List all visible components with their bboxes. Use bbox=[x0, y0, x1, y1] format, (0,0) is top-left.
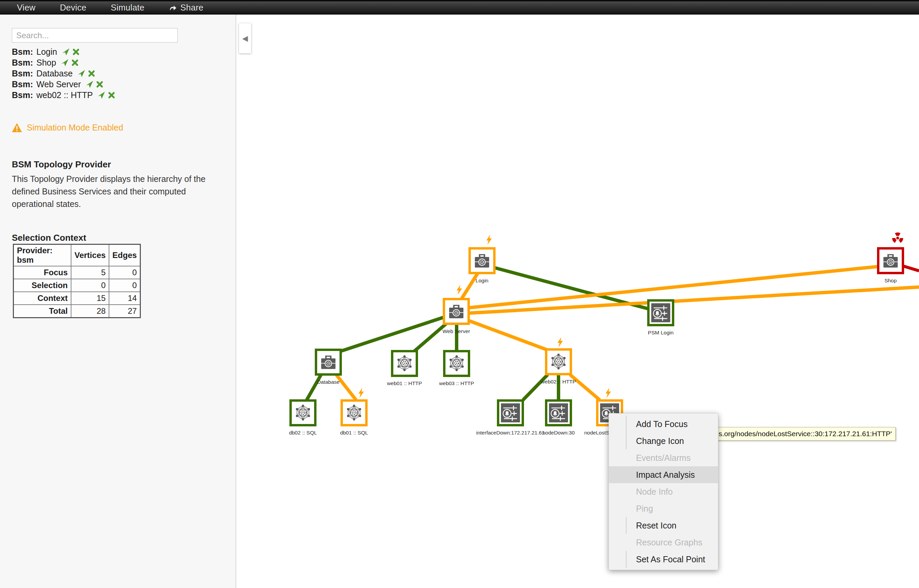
selection-context-vertices: 0 bbox=[71, 279, 109, 292]
focus-item-database: Bsm:Database bbox=[12, 68, 118, 79]
node-label-login: Login bbox=[428, 278, 536, 284]
node-login[interactable] bbox=[468, 247, 496, 274]
business-service-icon bbox=[882, 252, 900, 270]
focus-item-name: Database bbox=[37, 69, 73, 78]
node-web02-http[interactable] bbox=[545, 348, 572, 375]
menu-item-device[interactable]: Device bbox=[60, 3, 86, 13]
menu-item-simulate[interactable]: Simulate bbox=[111, 3, 144, 13]
menu-item-label: Device bbox=[60, 3, 86, 13]
selection-context-edges: 27 bbox=[109, 305, 141, 318]
selection-context-row: Selection00 bbox=[13, 279, 141, 292]
context-menu-item-impact-analysis[interactable]: Impact Analysis bbox=[609, 466, 718, 483]
focus-item-prefix: Bsm: bbox=[12, 58, 33, 68]
node-label-psm-login: PSM Login bbox=[606, 330, 715, 336]
node-database[interactable] bbox=[315, 349, 342, 376]
node-web-server[interactable] bbox=[443, 298, 470, 325]
selection-context-vertices: 15 bbox=[71, 292, 109, 305]
selection-context-row-label: Focus bbox=[13, 266, 71, 279]
topology-edge bbox=[413, 323, 447, 352]
share-arrow-icon bbox=[169, 4, 177, 11]
sidebar-collapse-button[interactable]: ◀ bbox=[239, 23, 251, 53]
node-label-web-server: Web Server bbox=[402, 328, 511, 334]
node-label-shop: Shop bbox=[836, 278, 919, 284]
selection-context-col-header: Vertices bbox=[71, 244, 109, 267]
context-menu-item-set-as-focal-point[interactable]: Set As Focal Point bbox=[609, 551, 718, 568]
selection-context-row: Focus50 bbox=[13, 266, 141, 279]
node-psm-login[interactable] bbox=[647, 299, 674, 326]
menu-item-share[interactable]: Share bbox=[169, 3, 203, 13]
node-web03-http[interactable] bbox=[443, 350, 470, 377]
node-label-web02-http: web02 :: HTTP bbox=[504, 379, 613, 385]
node-interface-down[interactable] bbox=[497, 399, 524, 426]
topology-edge bbox=[461, 273, 478, 300]
tooltip-text: s.org/nodes/nodeLostService::30:172.217.… bbox=[719, 430, 892, 438]
menu-item-view[interactable]: View bbox=[17, 3, 36, 13]
node-web01-http[interactable] bbox=[391, 350, 418, 377]
context-menu-item-reset-icon[interactable]: Reset Icon bbox=[609, 517, 718, 534]
context-menu-item-add-to-focus[interactable]: Add To Focus bbox=[609, 415, 718, 433]
node-node-down[interactable] bbox=[545, 399, 572, 426]
reduction-key-icon bbox=[549, 403, 568, 423]
remove-from-focus-icon[interactable] bbox=[73, 48, 79, 55]
simulation-mode-warning: Simulation Mode Enabled bbox=[12, 123, 123, 132]
ip-service-icon bbox=[345, 404, 363, 422]
node-db01-sql[interactable] bbox=[340, 399, 368, 426]
node-db02-sql[interactable] bbox=[289, 399, 316, 426]
topology-edge bbox=[339, 317, 444, 352]
business-service-icon bbox=[319, 353, 337, 371]
ip-service-icon bbox=[549, 353, 568, 371]
focus-item-name: Login bbox=[37, 47, 57, 57]
simulation-mode-text: Simulation Mode Enabled bbox=[27, 123, 123, 132]
selection-context-table: Provider: bsmVerticesEdges Focus50Select… bbox=[13, 244, 141, 318]
focus-vertex-list: Bsm:LoginBsm:ShopBsm:DatabaseBsm:Web Ser… bbox=[12, 46, 118, 100]
context-menu-item-resource-graphs: Resource Graphs bbox=[609, 534, 718, 551]
selection-context-vertices: 5 bbox=[71, 266, 109, 279]
selection-context-edges: 14 bbox=[109, 292, 141, 305]
focus-item-name: Web Server bbox=[37, 79, 81, 89]
node-tooltip: s.org/nodes/nodeLostService::30:172.217.… bbox=[715, 427, 896, 441]
selection-context-title: Selection Context bbox=[12, 233, 86, 243]
selection-context-edges: 0 bbox=[109, 266, 141, 279]
focus-item-prefix: Bsm: bbox=[12, 47, 33, 57]
context-menu-item-ping: Ping bbox=[609, 500, 718, 517]
locate-vertex-icon[interactable] bbox=[97, 91, 105, 99]
business-service-icon bbox=[447, 302, 465, 321]
locate-vertex-icon[interactable] bbox=[61, 59, 69, 66]
selection-context-vertices: 28 bbox=[71, 305, 109, 318]
lightning-bolt-icon bbox=[455, 285, 463, 296]
menu-item-label: Share bbox=[180, 3, 203, 13]
locate-vertex-icon[interactable] bbox=[86, 81, 93, 88]
focus-item-name: web02 :: HTTP bbox=[37, 90, 93, 100]
context-menu-item-node-info: Node Info bbox=[609, 483, 718, 500]
remove-from-focus-icon[interactable] bbox=[108, 92, 115, 99]
topology-edge bbox=[468, 321, 548, 350]
topology-edge bbox=[469, 287, 919, 313]
selection-context-edges: 0 bbox=[109, 279, 141, 292]
locate-vertex-icon[interactable] bbox=[78, 69, 85, 78]
provider-description: This Topology Provider displays the hier… bbox=[12, 173, 224, 210]
remove-from-focus-icon[interactable] bbox=[71, 59, 79, 66]
selection-context-col-header: Edges bbox=[109, 244, 141, 267]
focus-item-login: Bsm:Login bbox=[12, 46, 118, 57]
locate-vertex-icon[interactable] bbox=[62, 48, 70, 56]
topology-edge bbox=[495, 268, 649, 309]
selection-context-header-row: Provider: bsmVerticesEdges bbox=[13, 244, 141, 267]
context-menu-item-change-icon[interactable]: Change Icon bbox=[609, 433, 718, 449]
business-service-icon bbox=[473, 252, 491, 270]
ip-service-icon bbox=[447, 354, 466, 373]
ip-service-icon bbox=[395, 354, 413, 373]
node-context-menu: Add To FocusChange IconEvents/AlarmsImpa… bbox=[609, 413, 718, 570]
provider-title: BSM Topology Provider bbox=[12, 159, 111, 170]
remove-from-focus-icon[interactable] bbox=[96, 81, 103, 88]
remove-from-focus-icon[interactable] bbox=[88, 70, 95, 77]
search-input[interactable] bbox=[12, 28, 178, 43]
sidebar-panel: Bsm:LoginBsm:ShopBsm:DatabaseBsm:Web Ser… bbox=[0, 15, 236, 588]
reduction-key-icon bbox=[651, 303, 671, 323]
menu-item-label: View bbox=[17, 3, 36, 13]
lightning-bolt-icon bbox=[485, 235, 493, 246]
focus-item-web02-http: Bsm:web02 :: HTTP bbox=[12, 90, 118, 100]
selection-context-row-label: Total bbox=[13, 305, 71, 318]
top-menu-bar: ViewDeviceSimulateShare bbox=[0, 0, 919, 15]
node-shop[interactable] bbox=[877, 247, 904, 274]
ip-service-icon bbox=[294, 404, 312, 422]
